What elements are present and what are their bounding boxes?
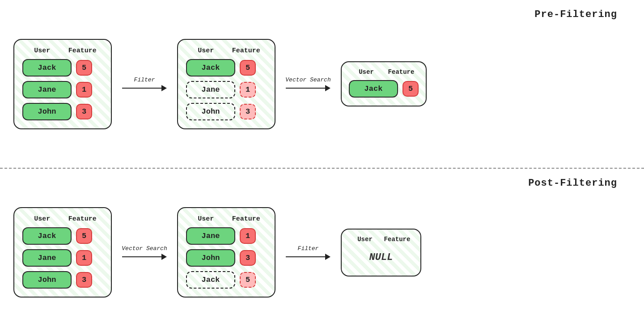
- arrow-line-body: [122, 256, 161, 257]
- pre-filter-arrow2-line: [286, 85, 330, 91]
- pre-filter-arrow1: Filter: [120, 77, 169, 91]
- feature-cell: 5: [240, 60, 256, 76]
- feature-cell-dashed: 1: [240, 82, 256, 98]
- post-filter-box2: User Feature Jane 1 John 3 Jack 5: [177, 207, 275, 298]
- post-filter-box1: User Feature Jack 5 Jane 1 John 3: [13, 207, 112, 298]
- user-cell-dashed: Jack: [186, 271, 235, 289]
- post-filtering-label: Post-Filtering: [528, 178, 617, 189]
- post-filter-arrow2: Filter: [284, 245, 333, 260]
- pre-filter-box1-row3: John 3: [22, 103, 103, 120]
- pre-filter-box2-row3: John 3: [186, 103, 267, 120]
- pre-filter-box1-col2: Feature: [68, 47, 97, 55]
- post-filter-box2-col1: User: [192, 215, 219, 223]
- post-filter-arrow1-line: [122, 254, 167, 260]
- pre-filtering-section: Pre-Filtering User Feature Jack 5 Jane 1…: [0, 0, 644, 168]
- post-filter-box2-row1: Jane 1: [186, 227, 267, 245]
- arrow-line-body: [286, 88, 325, 89]
- feature-cell: 5: [402, 81, 419, 97]
- post-filter-box2-row2: John 3: [186, 249, 267, 267]
- user-cell: John: [186, 249, 235, 267]
- feature-cell: 1: [76, 82, 92, 98]
- post-filter-arrow2-label: Filter: [298, 245, 319, 252]
- user-cell: Jack: [22, 227, 72, 245]
- feature-cell: 1: [240, 228, 256, 244]
- post-filter-arrow1-label: Vector Search: [122, 245, 167, 252]
- post-filter-box2-col2: Feature: [232, 215, 260, 223]
- user-cell: Jane: [22, 81, 72, 98]
- arrow-head: [161, 85, 167, 91]
- post-filter-result-header: User Feature: [349, 236, 413, 243]
- null-value: NULL: [349, 247, 413, 268]
- pre-filter-box2-col2: Feature: [232, 47, 260, 55]
- user-cell: John: [22, 271, 72, 289]
- post-filtering-section: Post-Filtering User Feature Jack 5 Jane …: [0, 168, 644, 336]
- arrow-head: [325, 85, 330, 91]
- post-filter-box1-col2: Feature: [68, 215, 97, 223]
- user-cell: Jack: [22, 59, 72, 77]
- pre-filter-box2-row1: Jack 5: [186, 59, 267, 77]
- user-cell: John: [22, 103, 72, 120]
- pre-filter-box2-col1: User: [192, 47, 219, 55]
- user-cell: Jane: [186, 227, 235, 245]
- pre-filter-result-row1: Jack 5: [349, 80, 419, 98]
- feature-cell: 5: [76, 228, 92, 244]
- pre-filter-result-box: User Feature Jack 5: [341, 61, 427, 106]
- feature-cell: 3: [240, 250, 256, 266]
- main-container: Pre-Filtering User Feature Jack 5 Jane 1…: [0, 0, 644, 336]
- pre-filter-result-col1: User: [353, 68, 380, 76]
- pre-filter-result-col2: Feature: [388, 68, 415, 76]
- user-cell: Jack: [186, 59, 235, 77]
- post-filter-box2-row3: Jack 5: [186, 271, 267, 289]
- pre-filtering-label: Pre-Filtering: [534, 9, 617, 20]
- post-filter-arrow2-line: [286, 254, 330, 260]
- pre-filter-box2: User Feature Jack 5 Jane 1 John 3: [177, 39, 275, 129]
- user-cell: Jack: [349, 80, 398, 98]
- feature-cell: 3: [76, 104, 92, 119]
- pre-filter-arrow1-label: Filter: [134, 77, 155, 83]
- pre-filter-arrow2: Vector Search: [284, 77, 333, 91]
- post-filter-result-box: User Feature NULL: [341, 229, 421, 276]
- post-filter-box2-header: User Feature: [186, 215, 267, 223]
- post-filter-box1-row3: John 3: [22, 271, 103, 289]
- arrow-head: [325, 254, 330, 260]
- arrow-head: [161, 254, 167, 260]
- pre-filter-box2-header: User Feature: [186, 47, 267, 55]
- feature-cell-dashed: 5: [240, 272, 256, 288]
- pre-filter-box1: User Feature Jack 5 Jane 1 John 3: [13, 39, 112, 129]
- feature-cell: 5: [76, 60, 92, 76]
- pre-filter-arrow1-line: [122, 85, 167, 91]
- pre-filter-box1-col1: User: [29, 47, 55, 55]
- post-filter-box1-row1: Jack 5: [22, 227, 103, 245]
- feature-cell: 3: [76, 272, 92, 288]
- pre-filter-result-header: User Feature: [349, 68, 419, 76]
- post-filter-arrow1: Vector Search: [120, 245, 169, 260]
- user-cell-dashed: John: [186, 103, 235, 120]
- post-filter-box1-col1: User: [29, 215, 55, 223]
- user-cell: Jane: [22, 249, 72, 267]
- post-filter-box1-row2: Jane 1: [22, 249, 103, 267]
- arrow-line-body: [286, 256, 325, 257]
- feature-cell: 1: [76, 250, 92, 266]
- pre-filter-box1-header: User Feature: [22, 47, 103, 55]
- user-cell-dashed: Jane: [186, 81, 235, 98]
- post-filter-box1-header: User Feature: [22, 215, 103, 223]
- pre-filter-box2-row2: Jane 1: [186, 81, 267, 98]
- post-filter-result-col2: Feature: [384, 236, 411, 243]
- arrow-line-body: [122, 88, 161, 89]
- pre-filter-arrow2-label: Vector Search: [285, 77, 330, 83]
- pre-filter-box1-row2: Jane 1: [22, 81, 103, 98]
- feature-cell-dashed: 3: [240, 104, 256, 119]
- post-filter-result-col1: User: [352, 236, 378, 243]
- pre-filter-box1-row1: Jack 5: [22, 59, 103, 77]
